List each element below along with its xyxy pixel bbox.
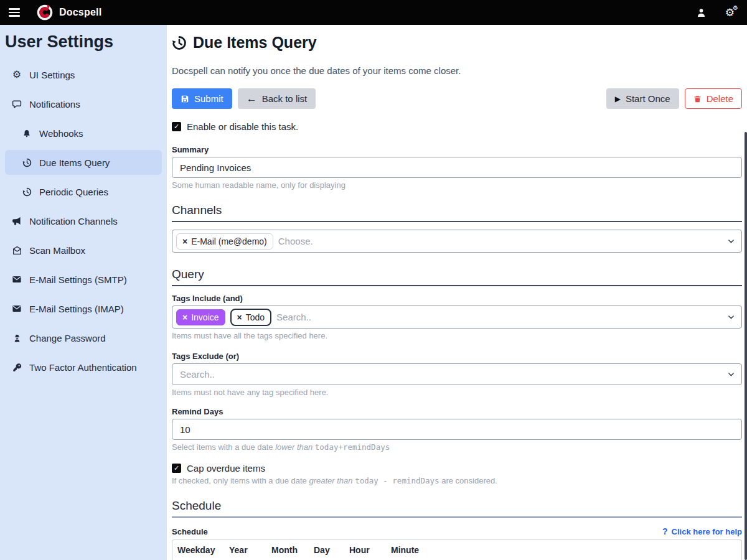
main-content: Due Items Query Docspell can notify you … xyxy=(167,25,747,560)
remove-chip-icon[interactable]: × xyxy=(182,236,187,246)
chevron-down-icon[interactable] xyxy=(727,370,735,378)
tags-include-multiselect[interactable]: × Invoice × Todo Search.. xyxy=(172,306,742,329)
col-month: Month xyxy=(271,545,305,555)
tag-chip-todo[interactable]: × Todo xyxy=(230,309,272,326)
schedule-table-header: Weekday Year Month Day Hour Minute xyxy=(177,545,741,555)
col-weekday: Weekday xyxy=(177,545,229,555)
schedule-heading: Schedule xyxy=(172,499,742,518)
delete-label: Delete xyxy=(707,93,733,104)
sidebar-item-label: Due Items Query xyxy=(39,157,110,168)
user-secret-icon xyxy=(11,334,22,343)
enable-label: Enable or disable this task. xyxy=(187,121,298,132)
remove-chip-icon[interactable]: × xyxy=(182,312,187,322)
sidebar-item-label: E-Mail Settings (SMTP) xyxy=(29,274,127,285)
sidebar-item-label: Scan Mailbox xyxy=(29,245,85,256)
summary-help: Some human readable name, only for displ… xyxy=(172,180,742,190)
history-icon xyxy=(21,158,32,167)
sidebar: User Settings ⚙ UI Settings Notification… xyxy=(0,25,167,560)
envelope-icon xyxy=(11,274,22,284)
remind-days-help: Select items with a due date lower than … xyxy=(172,442,742,452)
tags-exclude-placeholder: Search.. xyxy=(176,369,215,380)
schedule-table: Weekday Year Month Day Hour Minute * – *… xyxy=(172,539,742,560)
enable-checkbox[interactable]: ✓ xyxy=(172,122,181,131)
tags-exclude-label: Tags Exclude (or) xyxy=(172,352,742,361)
delete-button[interactable]: Delete xyxy=(685,88,742,109)
vertical-scrollbar[interactable] xyxy=(745,132,747,560)
settings-cogs-icon[interactable]: ⚙⚙ xyxy=(725,7,735,18)
schedule-label: Schedule xyxy=(172,527,208,536)
schedule-help-link[interactable]: ? Click here for help xyxy=(662,526,742,536)
history-icon xyxy=(172,35,187,50)
summary-label: Summary xyxy=(172,145,742,154)
top-navbar: Docspell ⚙⚙ xyxy=(0,0,747,25)
col-minute: Minute xyxy=(388,545,425,555)
channels-multiselect[interactable]: × E-Mail (me@demo) Choose. xyxy=(172,230,742,253)
bell-icon xyxy=(21,129,32,138)
tags-include-label: Tags Include (and) xyxy=(172,294,742,303)
sidebar-item-label: UI Settings xyxy=(29,70,75,80)
hamburger-menu-icon[interactable] xyxy=(9,8,20,17)
app-window: Docspell ⚙⚙ User Settings ⚙ UI Settings … xyxy=(0,0,747,560)
arrow-left-icon: ← xyxy=(247,93,257,104)
summary-input[interactable] xyxy=(172,157,742,178)
schedule-label-row: Schedule ? Click here for help xyxy=(172,526,742,536)
sidebar-item-label: Change Password xyxy=(29,333,106,343)
start-once-button[interactable]: ▶ Start Once xyxy=(606,88,679,109)
envelope-open-icon xyxy=(11,246,22,255)
remind-days-input[interactable] xyxy=(172,419,742,440)
cap-overdue-row: ✓ Cap overdue items xyxy=(172,463,742,474)
sidebar-item-email-smtp[interactable]: E-Mail Settings (SMTP) xyxy=(5,267,162,292)
back-label: Back to list xyxy=(262,93,308,104)
navbar-actions: ⚙⚙ xyxy=(696,7,738,18)
tags-include-help: Items must have all the tags specified h… xyxy=(172,331,742,340)
brand[interactable]: Docspell xyxy=(36,4,101,21)
page-subtitle: Docspell can notify you once the due dat… xyxy=(172,65,742,76)
cap-overdue-checkbox[interactable]: ✓ xyxy=(172,464,181,473)
chevron-down-icon[interactable] xyxy=(727,313,735,321)
envelope-icon xyxy=(11,304,22,314)
submit-label: Submit xyxy=(194,93,223,104)
enable-task-row: ✓ Enable or disable this task. xyxy=(172,121,742,132)
col-day: Day xyxy=(314,545,348,555)
cap-overdue-help: If checked, only items with a due date g… xyxy=(172,476,742,485)
save-icon xyxy=(181,95,189,103)
start-once-label: Start Once xyxy=(626,93,670,104)
back-to-list-button[interactable]: ← Back to list xyxy=(238,88,316,109)
channels-heading: Channels xyxy=(172,203,742,222)
sidebar-item-periodic-queries[interactable]: Periodic Queries xyxy=(5,179,162,204)
chevron-down-icon[interactable] xyxy=(727,237,735,245)
submit-button[interactable]: Submit xyxy=(172,88,232,109)
channel-chip[interactable]: × E-Mail (me@demo) xyxy=(176,233,273,250)
sidebar-item-notification-channels[interactable]: Notification Channels xyxy=(5,208,162,233)
tag-chip-label: Invoice xyxy=(191,312,218,322)
action-buttons-row: Submit ← Back to list ▶ Start Once Delet… xyxy=(172,88,742,109)
sidebar-item-label: Webhooks xyxy=(39,128,83,139)
sidebar-item-label: Two Factor Authentication xyxy=(29,362,137,373)
tag-chip-label: Todo xyxy=(246,312,265,322)
sidebar-item-change-password[interactable]: Change Password xyxy=(5,325,162,350)
sidebar-item-label: Notification Channels xyxy=(29,216,118,226)
sidebar-item-notifications[interactable]: Notifications xyxy=(5,91,162,116)
sidebar-item-ui-settings[interactable]: ⚙ UI Settings xyxy=(5,62,162,87)
tags-exclude-multiselect[interactable]: Search.. xyxy=(172,363,742,385)
page-title-text: Due Items Query xyxy=(193,34,317,52)
sidebar-item-label: Periodic Queries xyxy=(39,187,108,197)
remove-chip-icon[interactable]: × xyxy=(237,312,242,322)
sidebar-title: User Settings xyxy=(4,30,163,58)
channels-placeholder: Choose. xyxy=(278,236,313,246)
sidebar-item-due-items-query[interactable]: Due Items Query xyxy=(5,150,162,175)
sidebar-item-scan-mailbox[interactable]: Scan Mailbox xyxy=(5,238,162,263)
cap-overdue-label: Cap overdue items xyxy=(187,463,265,474)
sidebar-item-webhooks[interactable]: Webhooks xyxy=(5,121,162,146)
question-icon: ? xyxy=(662,526,668,536)
tags-include-placeholder: Search.. xyxy=(276,312,311,322)
sidebar-item-label: Notifications xyxy=(29,99,80,110)
sidebar-item-email-imap[interactable]: E-Mail Settings (IMAP) xyxy=(5,296,162,321)
user-account-icon[interactable] xyxy=(696,7,707,18)
col-year: Year xyxy=(229,545,263,555)
sidebar-item-two-factor[interactable]: Two Factor Authentication xyxy=(5,355,162,380)
tag-chip-invoice[interactable]: × Invoice xyxy=(176,309,225,325)
docspell-logo-icon xyxy=(36,4,54,21)
gear-icon: ⚙ xyxy=(11,70,22,80)
tags-exclude-help: Items must not have any tag specified he… xyxy=(172,388,742,397)
